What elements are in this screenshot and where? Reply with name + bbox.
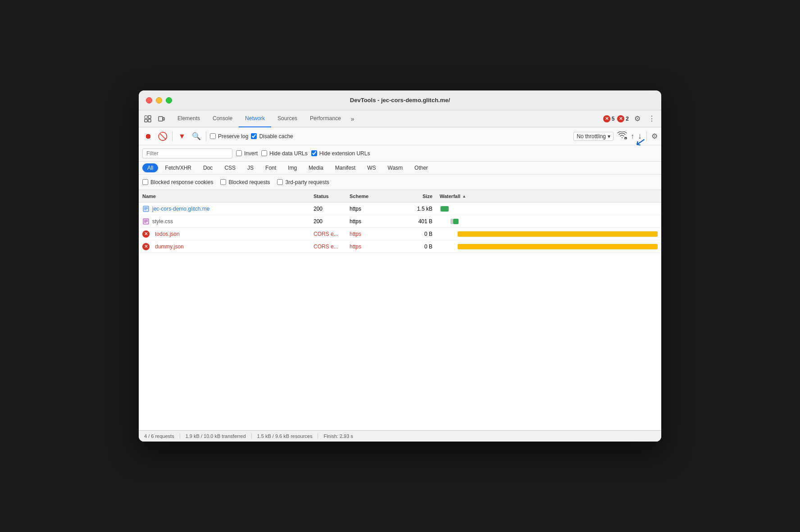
network-table: Name Status Scheme Size Waterfall ▲ bbox=[139, 190, 661, 430]
blocked-requests-label[interactable]: Blocked requests bbox=[220, 179, 270, 185]
header-status[interactable]: Status bbox=[314, 194, 350, 199]
filter-bar: Invert Hide data URLs Hide extension URL… bbox=[139, 145, 661, 162]
waterfall-bar-1 bbox=[441, 206, 449, 212]
type-filter-ws[interactable]: WS bbox=[362, 163, 381, 172]
svg-rect-5 bbox=[163, 117, 164, 120]
table-row[interactable]: ✕ dummy.json CORS e... https 0 B bbox=[139, 240, 661, 253]
row-size-1: 1.5 kB bbox=[404, 206, 440, 212]
search-icon[interactable]: 🔍 bbox=[191, 131, 202, 142]
inspector-icon[interactable] bbox=[142, 113, 153, 124]
type-filter-js[interactable]: JS bbox=[242, 163, 259, 172]
tab-sources[interactable]: Sources bbox=[271, 110, 304, 127]
row-status-4: CORS e... bbox=[314, 243, 350, 250]
close-button[interactable] bbox=[146, 97, 152, 104]
row-name-1: jec-cors-demo.glitch.me bbox=[152, 206, 310, 212]
tab-bar: Elements Console Network Sources Perform… bbox=[139, 110, 661, 127]
invert-label[interactable]: Invert bbox=[236, 150, 258, 157]
traffic-lights bbox=[146, 97, 172, 104]
download-icon[interactable]: ↓ bbox=[638, 131, 642, 141]
third-party-label[interactable]: 3rd-party requests bbox=[277, 179, 329, 185]
type-filter-css[interactable]: CSS bbox=[219, 163, 241, 172]
type-filter-font[interactable]: Font bbox=[260, 163, 281, 172]
row-size-3: 0 B bbox=[404, 231, 440, 237]
tab-console[interactable]: Console bbox=[206, 110, 239, 127]
row-status-3: CORS e... bbox=[314, 231, 350, 237]
row-status-2: 200 bbox=[314, 218, 350, 225]
throttle-select[interactable]: No throttling ▾ bbox=[573, 132, 614, 141]
preserve-log-checkbox[interactable] bbox=[210, 133, 216, 139]
header-size[interactable]: Size bbox=[404, 194, 440, 199]
header-scheme[interactable]: Scheme bbox=[350, 194, 404, 199]
table-row[interactable]: jec-cors-demo.glitch.me 200 https 1.5 kB bbox=[139, 203, 661, 215]
table-header: Name Status Scheme Size Waterfall ▲ bbox=[139, 190, 661, 203]
css-icon bbox=[142, 218, 150, 225]
header-waterfall[interactable]: Waterfall ▲ bbox=[440, 194, 658, 199]
hide-extension-urls-label[interactable]: Hide extension URLs bbox=[311, 150, 370, 157]
row-size-4: 0 B bbox=[404, 243, 440, 250]
type-filter-fetchxhr[interactable]: Fetch/XHR bbox=[160, 163, 196, 172]
hide-extension-urls-checkbox[interactable] bbox=[311, 150, 317, 156]
waterfall-bar-4 bbox=[458, 244, 658, 249]
network-settings-icon[interactable]: ⚙ bbox=[651, 132, 658, 140]
chevron-down-icon: ▾ bbox=[608, 133, 610, 140]
type-filter-doc[interactable]: Doc bbox=[198, 163, 218, 172]
blocked-cookies-checkbox[interactable] bbox=[142, 179, 148, 185]
table-row[interactable]: ✕ todos.json CORS e... https 0 B bbox=[139, 228, 661, 240]
row-status-1: 200 bbox=[314, 206, 350, 212]
sort-arrow-icon: ▲ bbox=[462, 194, 466, 198]
filter-icon[interactable]: ▼ bbox=[176, 131, 188, 142]
more-tabs-button[interactable]: » bbox=[347, 110, 358, 127]
preserve-log-label[interactable]: Preserve log bbox=[210, 133, 248, 140]
type-filter-media[interactable]: Media bbox=[304, 163, 328, 172]
error-badge-2[interactable]: ✕ 2 bbox=[617, 115, 629, 122]
row-waterfall-1 bbox=[440, 205, 658, 212]
status-bar: 4 / 6 requests 1.9 kB / 10.0 kB transfer… bbox=[139, 430, 661, 442]
type-filter-bar: All Fetch/XHR Doc CSS JS Font Img Media … bbox=[139, 162, 661, 175]
device-toolbar-icon[interactable] bbox=[156, 113, 167, 124]
blocked-cookies-label[interactable]: Blocked response cookies bbox=[142, 179, 213, 185]
table-row[interactable]: style.css 200 https 401 B bbox=[139, 215, 661, 228]
type-filter-img[interactable]: Img bbox=[283, 163, 302, 172]
blocked-bar: Blocked response cookies Blocked request… bbox=[139, 175, 661, 190]
type-filter-manifest[interactable]: Manifest bbox=[330, 163, 360, 172]
clear-button[interactable]: 🚫 bbox=[157, 131, 168, 142]
toolbar-divider-3 bbox=[646, 131, 647, 141]
waterfall-bar-3 bbox=[458, 231, 658, 237]
row-name-3: todos.json bbox=[155, 231, 313, 237]
error-badge-1[interactable]: ✕ 5 bbox=[603, 115, 615, 122]
waterfall-bar-2 bbox=[453, 219, 459, 224]
more-options-icon[interactable]: ⋮ bbox=[646, 113, 658, 125]
minimize-button[interactable] bbox=[156, 97, 162, 104]
tab-bar-right: ✕ 5 ✕ 2 ⚙ ⋮ bbox=[603, 113, 658, 125]
row-scheme-3: https bbox=[350, 231, 404, 237]
third-party-checkbox[interactable] bbox=[277, 179, 283, 185]
disable-cache-label[interactable]: Disable cache bbox=[251, 133, 293, 140]
network-toolbar: ⏺ 🚫 ▼ 🔍 Preserve log Disable cache No th… bbox=[139, 127, 661, 145]
tab-performance[interactable]: Performance bbox=[304, 110, 347, 127]
type-filter-other[interactable]: Other bbox=[409, 163, 433, 172]
title-bar: DevTools - jec-cors-demo.glitch.me/ bbox=[139, 90, 661, 110]
tab-elements[interactable]: Elements bbox=[171, 110, 206, 127]
download-button-wrapper: ↓ ↙ bbox=[638, 131, 642, 141]
maximize-button[interactable] bbox=[166, 97, 172, 104]
devtools-body: Elements Console Network Sources Perform… bbox=[139, 110, 661, 442]
type-filter-wasm[interactable]: Wasm bbox=[383, 163, 408, 172]
invert-checkbox[interactable] bbox=[236, 150, 242, 156]
header-name[interactable]: Name bbox=[142, 194, 314, 199]
row-scheme-2: https bbox=[350, 218, 404, 225]
error-icon-row-4: ✕ bbox=[142, 243, 150, 250]
blocked-requests-checkbox[interactable] bbox=[220, 179, 226, 185]
settings-gear-icon[interactable]: ⚙ bbox=[632, 113, 643, 125]
hide-data-urls-checkbox[interactable] bbox=[261, 150, 267, 156]
type-filter-all[interactable]: All bbox=[142, 163, 158, 172]
upload-icon[interactable]: ↑ bbox=[631, 132, 634, 140]
hide-data-urls-label[interactable]: Hide data URLs bbox=[261, 150, 308, 157]
tab-network[interactable]: Network bbox=[239, 110, 271, 127]
record-stop-button[interactable]: ⏺ bbox=[142, 131, 154, 142]
toolbar-divider-1 bbox=[172, 131, 173, 141]
toolbar-divider-2 bbox=[206, 131, 206, 141]
disable-cache-checkbox[interactable] bbox=[251, 133, 257, 139]
filter-input[interactable] bbox=[142, 149, 232, 158]
wifi-settings-icon[interactable] bbox=[617, 131, 627, 141]
status-finish: Finish: 2.93 s bbox=[318, 433, 358, 439]
